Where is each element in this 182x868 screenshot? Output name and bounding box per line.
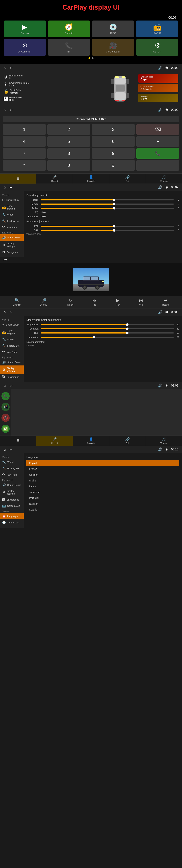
app-disc[interactable]: 💿 DISC bbox=[92, 21, 134, 37]
lang-german[interactable]: German bbox=[26, 472, 179, 478]
home-icon-3[interactable]: ⌂ bbox=[4, 185, 6, 190]
app-aircondition[interactable]: ❄ AirCondition bbox=[4, 39, 46, 56]
phone-call-btn[interactable]: 📞 bbox=[1, 392, 10, 400]
phone-answer-btn[interactable]: ✅ bbox=[1, 425, 10, 433]
home-icon-5[interactable]: ⌂ bbox=[4, 383, 6, 388]
back-icon-5[interactable]: ↩ bbox=[9, 383, 12, 388]
volume-icon-5[interactable]: 🔊 bbox=[158, 383, 162, 388]
dial-key-hash[interactable]: # bbox=[92, 160, 135, 170]
sidebar-language[interactable]: ⏰ Language bbox=[0, 513, 24, 520]
back-icon-2[interactable]: ↩ bbox=[9, 108, 12, 112]
lang-english[interactable]: English bbox=[26, 460, 179, 466]
dial-key-3[interactable]: 3 bbox=[92, 124, 135, 135]
lang-italian[interactable]: Italian bbox=[26, 484, 179, 489]
back-icon-3[interactable]: ↩ bbox=[9, 185, 12, 190]
sidebar-factory-2[interactable]: 🔨 Factory Set bbox=[0, 343, 24, 349]
brightness-thumb[interactable] bbox=[126, 323, 129, 326]
app-bt[interactable]: 📞 BT bbox=[48, 39, 90, 56]
sidebar-background[interactable]: 🖼 Background bbox=[0, 249, 24, 255]
dial-key-6[interactable]: 6 bbox=[92, 136, 135, 147]
sidebar-tuner-region[interactable]: 📻 Tuner Region bbox=[0, 203, 24, 212]
toolbar-item-btmusic[interactable]: 🎵 BT Music bbox=[146, 174, 182, 184]
toolbar-item-pair[interactable]: 🔗 Pair bbox=[109, 174, 146, 184]
home-icon-4[interactable]: ⌂ bbox=[4, 310, 6, 314]
home-icon-2[interactable]: ⌂ bbox=[4, 108, 6, 112]
volume-icon-2[interactable]: 🔊 bbox=[158, 108, 162, 112]
lang-portugal[interactable]: Portugal bbox=[26, 495, 179, 501]
sidebar-navi-3[interactable]: 🗺 Navi Path bbox=[0, 472, 24, 478]
middle-thumb[interactable] bbox=[113, 203, 115, 205]
back-icon[interactable]: ↩ bbox=[9, 66, 12, 70]
bass-thumb[interactable] bbox=[113, 198, 115, 201]
sidebar-basic-setup-2[interactable]: ✂ Basic Setup bbox=[0, 321, 24, 328]
sidebar-sound-setup[interactable]: 🔊 Sound Setup bbox=[0, 235, 24, 241]
dial-key-backspace[interactable]: ⌫ bbox=[136, 124, 179, 135]
sidebar-basic-setup[interactable]: ✂ Basic Setup bbox=[0, 197, 24, 203]
dial-key-0[interactable]: 0 bbox=[47, 160, 90, 170]
sidebar-time-setup[interactable]: 🕐 Time Setup bbox=[0, 520, 24, 526]
sidebar-factory-set[interactable]: 🔨 Factory Set bbox=[0, 218, 24, 224]
toolbar2-item-grid[interactable]: ⊞ bbox=[0, 436, 36, 446]
toolbar2-item-contacts[interactable]: 👤 Contacts bbox=[73, 436, 109, 446]
dial-key-1[interactable]: 1 bbox=[3, 124, 46, 135]
phone-hangup-btn[interactable]: 📵 bbox=[1, 414, 10, 422]
sidebar-screensave[interactable]: 📺 ScreenSave bbox=[0, 503, 24, 509]
sidebar-factory-3[interactable]: 🔨 Factory Set bbox=[0, 465, 24, 472]
fal-thumb[interactable] bbox=[113, 225, 115, 227]
dial-key-9[interactable]: 9 bbox=[92, 148, 135, 159]
bal-thumb[interactable] bbox=[113, 229, 115, 232]
dial-key-8[interactable]: 8 bbox=[47, 148, 90, 159]
dial-key-2[interactable]: 2 bbox=[47, 124, 90, 135]
toolbar2-item-record[interactable]: 🎤 Record bbox=[36, 436, 73, 446]
volume-icon[interactable]: 🔊 bbox=[158, 66, 162, 70]
lang-russian[interactable]: Russian bbox=[26, 501, 179, 507]
dial-key-7[interactable]: 7 bbox=[3, 148, 46, 159]
next-btn[interactable]: ⏭ Next bbox=[139, 298, 144, 306]
treble-thumb[interactable] bbox=[113, 207, 115, 210]
return-btn[interactable]: ↩ Return bbox=[162, 298, 169, 306]
sidebar-display-2[interactable]: 🖥 Display settings bbox=[0, 366, 24, 374]
back-icon-4[interactable]: ↩ bbox=[9, 310, 12, 314]
app-carcomputer[interactable]: 🎥 CarComputer bbox=[92, 39, 134, 56]
lang-french[interactable]: French bbox=[26, 466, 179, 472]
sidebar-tuner-2[interactable]: 📻 Tuner Region bbox=[0, 328, 24, 336]
play-btn[interactable]: ▶ Play bbox=[115, 298, 120, 306]
volume-icon-6[interactable]: 🔊 bbox=[158, 447, 162, 452]
back-icon-6[interactable]: ↩ bbox=[9, 447, 12, 452]
dial-key-5[interactable]: 5 bbox=[47, 136, 90, 147]
sidebar-wheel-2[interactable]: 🔧 Wheel bbox=[0, 336, 24, 343]
dial-key-star[interactable]: * bbox=[3, 160, 46, 170]
rotate-btn[interactable]: ↻ Rotate bbox=[67, 298, 74, 306]
volume-icon-4[interactable]: 🔊 bbox=[158, 310, 162, 314]
sidebar-sound-3[interactable]: 🔊 Sound Setup bbox=[0, 482, 24, 488]
dial-key-call[interactable]: 📞 bbox=[136, 148, 179, 159]
dial-key-4[interactable]: 4 bbox=[3, 136, 46, 147]
saturation-thumb[interactable] bbox=[93, 336, 95, 338]
toolbar2-item-pair[interactable]: 🔗 Pair bbox=[109, 436, 146, 446]
hue-thumb[interactable] bbox=[126, 332, 129, 334]
sidebar-sound-2[interactable]: 🔊 Sound Setup bbox=[0, 359, 24, 366]
sidebar-navi-path[interactable]: 🗺 Navi Path bbox=[0, 224, 24, 230]
app-radio[interactable]: 📻 RADIO bbox=[136, 21, 179, 37]
lang-spanish[interactable]: Spanish bbox=[26, 507, 179, 513]
lang-arabic[interactable]: Arabic bbox=[26, 478, 179, 484]
contrast-thumb[interactable] bbox=[126, 328, 129, 330]
app-carlink[interactable]: ▶ CarLink bbox=[4, 21, 46, 37]
app-setup[interactable]: ⚙ SETUP bbox=[136, 39, 179, 56]
sidebar-display-settings[interactable]: 🖥 Display settings bbox=[0, 241, 24, 249]
home-icon-6[interactable]: ⌂ bbox=[4, 447, 6, 452]
toolbar-item-contacts[interactable]: 👤 Contacts bbox=[73, 174, 109, 184]
sidebar-navi-2[interactable]: 🗺 Navi Path bbox=[0, 349, 24, 355]
toolbar-item-grid[interactable]: ⊞ bbox=[0, 174, 36, 184]
pre-btn[interactable]: ⏮ Pre bbox=[93, 298, 97, 306]
dial-key-plus[interactable]: + bbox=[136, 136, 179, 147]
phone-incoming-btn[interactable]: 📲 bbox=[1, 403, 10, 411]
volume-icon-3[interactable]: 🔊 bbox=[158, 185, 162, 190]
lang-japanese[interactable]: Japanese bbox=[26, 489, 179, 495]
sidebar-display-3[interactable]: 🖥 Display settings bbox=[0, 488, 24, 497]
toolbar2-item-btmusic[interactable]: 🎵 BT Music bbox=[146, 436, 182, 446]
sidebar-bg-3[interactable]: 🖼 Background bbox=[0, 497, 24, 503]
zoom-in-btn[interactable]: 🔍 Zoom in bbox=[13, 298, 21, 306]
app-android[interactable]: 🧭 Android bbox=[48, 21, 90, 37]
sidebar-wheel[interactable]: 🔧 Wheel bbox=[0, 212, 24, 218]
